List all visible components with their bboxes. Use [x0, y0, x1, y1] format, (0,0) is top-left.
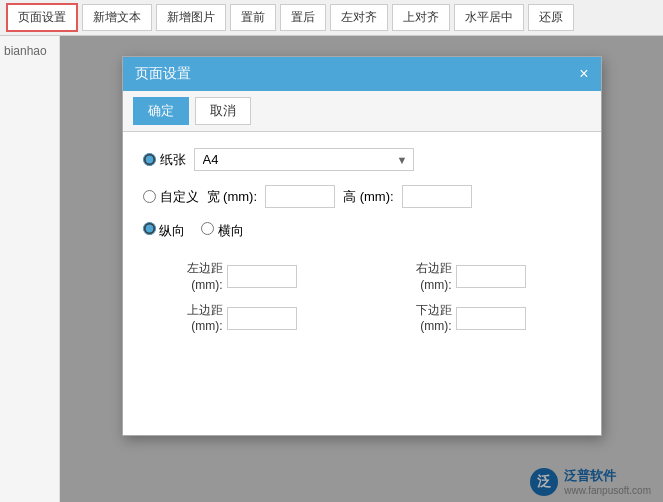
- bottom-margin-field: 下边距 (mm):: [392, 302, 581, 336]
- top-margin-label: 上边距 (mm):: [163, 302, 223, 336]
- height-label: 高 (mm):: [343, 188, 394, 206]
- paper-select[interactable]: A4 A3 B5 Letter 自定义: [194, 148, 414, 171]
- right-margin-input[interactable]: [456, 265, 526, 288]
- portrait-label-text: 纵向: [159, 223, 185, 238]
- top-margin-input[interactable]: [227, 307, 297, 330]
- toolbar-btn-add-image[interactable]: 新增图片: [156, 4, 226, 31]
- width-label: 宽 (mm):: [207, 188, 258, 206]
- height-input[interactable]: [402, 185, 472, 208]
- modal-body: 纸张 A4 A3 B5 Letter 自定义 ▼: [123, 132, 601, 351]
- left-sidebar: bianhao: [0, 36, 60, 502]
- toolbar-btn-send-back[interactable]: 置后: [280, 4, 326, 31]
- paper-radio-label[interactable]: 纸张: [143, 151, 186, 169]
- right-margin-label: 右边距 (mm):: [392, 260, 452, 294]
- orientation-row: 纵向 横向: [143, 222, 581, 240]
- modal-title: 页面设置: [135, 65, 191, 83]
- toolbar-btn-bring-front[interactable]: 置前: [230, 4, 276, 31]
- toolbar-btn-align-top[interactable]: 上对齐: [392, 4, 450, 31]
- custom-label-text: 自定义: [160, 188, 199, 206]
- bottom-margin-input[interactable]: [456, 307, 526, 330]
- custom-radio[interactable]: [143, 190, 156, 203]
- top-margin-field: 上边距 (mm):: [163, 302, 352, 336]
- toolbar-btn-add-text[interactable]: 新增文本: [82, 4, 152, 31]
- width-input[interactable]: [265, 185, 335, 208]
- portrait-radio-label[interactable]: 纵向: [143, 222, 186, 240]
- toolbar: 页面设置 新增文本 新增图片 置前 置后 左对齐 上对齐 水平居中 还原: [0, 0, 663, 36]
- modal-header: 页面设置 ×: [123, 57, 601, 91]
- modal-cancel-button[interactable]: 取消: [195, 97, 251, 125]
- paper-label-text: 纸张: [160, 151, 186, 169]
- modal-close-button[interactable]: ×: [579, 66, 588, 82]
- page-setup-modal: 页面设置 × 确定 取消 纸张: [122, 56, 602, 436]
- left-margin-input[interactable]: [227, 265, 297, 288]
- landscape-label-text: 横向: [218, 223, 244, 238]
- paper-row: 纸张 A4 A3 B5 Letter 自定义 ▼: [143, 148, 581, 171]
- bottom-margin-label: 下边距 (mm):: [392, 302, 452, 336]
- toolbar-btn-align-left[interactable]: 左对齐: [330, 4, 388, 31]
- modal-overlay: 页面设置 × 确定 取消 纸张: [60, 36, 663, 502]
- canvas-area: 页面设置 × 确定 取消 纸张: [60, 36, 663, 502]
- main-area: bianhao 页面设置 × 确定 取消: [0, 36, 663, 502]
- custom-radio-label[interactable]: 自定义: [143, 188, 199, 206]
- toolbar-btn-undo[interactable]: 还原: [528, 4, 574, 31]
- landscape-radio[interactable]: [201, 222, 214, 235]
- modal-confirm-button[interactable]: 确定: [133, 97, 189, 125]
- paper-radio[interactable]: [143, 153, 156, 166]
- custom-size-row: 自定义 宽 (mm): 高 (mm):: [143, 185, 581, 208]
- left-margin-field: 左边距 (mm):: [163, 260, 352, 294]
- landscape-radio-label[interactable]: 横向: [201, 222, 244, 240]
- portrait-radio[interactable]: [143, 222, 156, 235]
- margin-section: 左边距 (mm): 右边距 (mm): 上边距 (mm):: [143, 260, 581, 335]
- sidebar-label: bianhao: [4, 44, 47, 58]
- right-margin-field: 右边距 (mm):: [392, 260, 581, 294]
- toolbar-btn-center-h[interactable]: 水平居中: [454, 4, 524, 31]
- margin-grid: 左边距 (mm): 右边距 (mm): 上边距 (mm):: [163, 260, 581, 335]
- paper-select-wrapper: A4 A3 B5 Letter 自定义 ▼: [194, 148, 414, 171]
- left-margin-label: 左边距 (mm):: [163, 260, 223, 294]
- toolbar-btn-page-setup[interactable]: 页面设置: [6, 3, 78, 32]
- modal-actions: 确定 取消: [123, 91, 601, 132]
